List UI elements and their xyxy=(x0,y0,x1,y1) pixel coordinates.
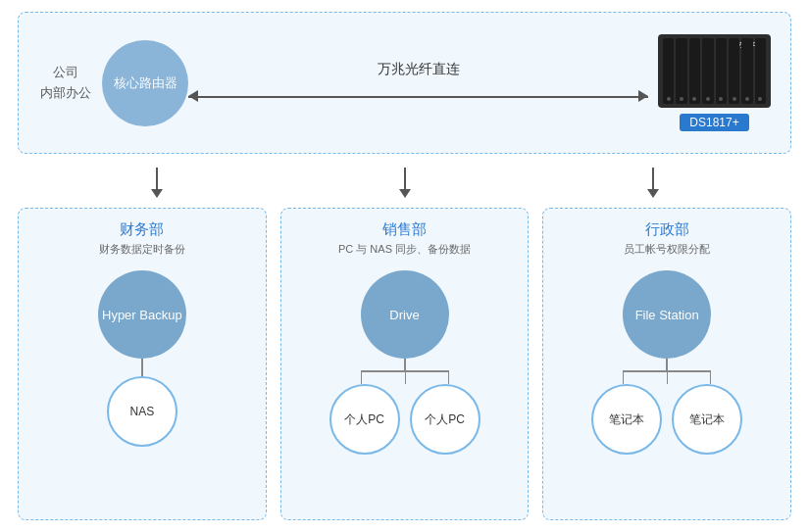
dept-desc-admin: 员工帐号权限分配 xyxy=(624,242,710,257)
nas-slot-6 xyxy=(729,38,739,104)
down-arrow-line-3 xyxy=(652,168,654,189)
dept-desc-finance: 财务数据定时备份 xyxy=(99,242,185,257)
down-arrow-sales xyxy=(399,164,411,198)
app-circle-admin: File Station xyxy=(623,270,711,359)
down-arrow-line-1 xyxy=(156,168,158,189)
h-line xyxy=(361,370,449,372)
top-section: 公司 内部办公 核心路由器 万兆光纤直连 synology xyxy=(18,12,791,154)
app-circle-sales: Drive xyxy=(361,270,449,359)
down-arrow-admin xyxy=(647,164,659,198)
children-admin: 笔记本 笔记本 xyxy=(591,384,742,455)
nas-slot-8 xyxy=(755,38,766,104)
connection-area: 万兆光纤直连 xyxy=(188,61,648,106)
h-branch-admin xyxy=(623,370,711,384)
nas-slot-7 xyxy=(741,38,752,104)
down-arrow-head-3 xyxy=(647,189,659,198)
branch-admin: 笔记本 笔记本 xyxy=(555,359,779,455)
h-line-admin xyxy=(623,370,711,372)
nas-slot-4 xyxy=(702,38,713,104)
h-branch-sales xyxy=(361,370,449,384)
arrow-left-head xyxy=(188,90,198,102)
v-center xyxy=(405,370,406,384)
child-circle-nas: NAS xyxy=(107,376,177,447)
connection-label: 万兆光纤直连 xyxy=(378,61,460,78)
dept-card-finance: 财务部 财务数据定时备份 Hyper Backup NAS xyxy=(18,208,267,520)
dept-desc-sales: PC 与 NAS 同步、备份数据 xyxy=(338,242,471,257)
nas-slot-3 xyxy=(689,38,700,104)
v-line-admin xyxy=(666,359,668,370)
child-circle-pc2: 个人PC xyxy=(410,384,480,455)
down-arrow-head-2 xyxy=(399,189,411,198)
bottom-sections: 财务部 财务数据定时备份 Hyper Backup NAS 销售部 PC 与 N… xyxy=(18,208,791,520)
down-arrow-line-2 xyxy=(404,168,406,189)
dept-title-admin: 行政部 xyxy=(645,220,689,239)
nas-slot-5 xyxy=(716,38,727,104)
main-container: 公司 内部办公 核心路由器 万兆光纤直连 synology xyxy=(0,0,809,532)
nas-box: synology xyxy=(658,34,771,108)
child-nas: NAS xyxy=(107,376,177,447)
down-arrow-head-1 xyxy=(151,189,163,198)
branch-sales: 个人PC 个人PC xyxy=(293,359,517,455)
dept-title-sales: 销售部 xyxy=(382,220,427,239)
v-left-admin xyxy=(623,370,624,384)
v-right-admin xyxy=(710,370,711,384)
nas-device: synology DS1817+ xyxy=(658,34,771,131)
down-arrow-finance xyxy=(151,164,163,198)
child-nodes-finance: NAS xyxy=(107,376,177,447)
v-left xyxy=(361,370,362,384)
app-circle-finance: Hyper Backup xyxy=(98,270,186,359)
nas-slot-2 xyxy=(676,38,686,104)
dept-card-sales: 销售部 PC 与 NAS 同步、备份数据 Drive 个人PC 个人PC xyxy=(280,208,530,520)
child-circle-laptop1: 笔记本 xyxy=(591,384,662,455)
company-label: 公司 内部办公 xyxy=(38,63,92,104)
nas-slot-1 xyxy=(663,38,674,104)
child-circle-pc1: 个人PC xyxy=(329,384,400,455)
v-line-sales xyxy=(404,359,406,370)
dept-title-finance: 财务部 xyxy=(120,220,164,239)
child-circle-laptop2: 笔记本 xyxy=(672,384,742,455)
v-center-admin xyxy=(667,370,668,384)
arrows-row xyxy=(18,164,791,198)
bidirectional-arrow xyxy=(188,86,648,106)
children-sales: 个人PC 个人PC xyxy=(329,384,480,455)
dept-card-admin: 行政部 员工帐号权限分配 File Station 笔记本 笔记本 xyxy=(542,208,791,520)
router-circle: 核心路由器 xyxy=(102,40,188,126)
connector-finance xyxy=(141,359,143,376)
arrow-right-head xyxy=(638,90,648,102)
nas-model-label: DS1817+ xyxy=(680,114,748,131)
v-right xyxy=(448,370,449,384)
